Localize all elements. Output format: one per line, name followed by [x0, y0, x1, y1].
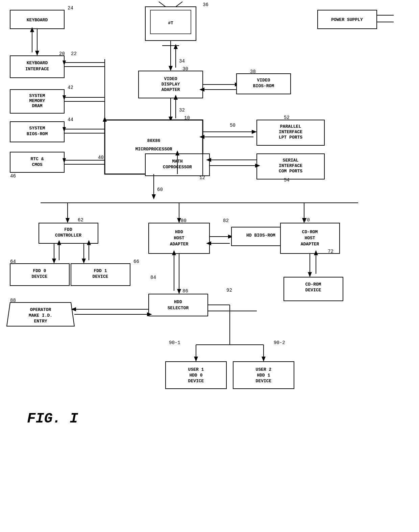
par-num: 52: [284, 115, 290, 120]
sm-label1: SYSTEM: [29, 93, 45, 98]
ref84: 84: [150, 275, 156, 280]
fig-label: FIG. I: [27, 411, 78, 427]
mp-num: 10: [184, 115, 190, 121]
hdd-label1: HDD: [175, 229, 183, 235]
sm-label2: MEMORY: [29, 98, 45, 103]
monitor-hash: #T: [168, 21, 173, 26]
hdd-sel-num: 86: [182, 288, 188, 294]
sb-label1: SYSTEM: [29, 126, 45, 131]
mp-label2: MICROPROCESSOR: [135, 147, 172, 152]
user2-label2: HDD 1: [257, 373, 270, 378]
user2-num: 90-2: [274, 340, 285, 345]
sm-num: 42: [68, 85, 73, 90]
vbios-num: 38: [250, 69, 256, 74]
par-label2: INTERFACE: [279, 129, 302, 135]
mc-num: 12: [199, 175, 205, 180]
ser-label2: INTERFACE: [279, 163, 302, 168]
user2-label3: DEVICE: [256, 379, 272, 384]
vda-num1: 30: [182, 66, 188, 72]
fdd0-label1: FDD 0: [33, 268, 46, 273]
par-label1: PARALLEL: [280, 124, 301, 129]
vbios-label2: BIOS-ROM: [253, 83, 274, 89]
ref40: 40: [98, 155, 104, 160]
vda-label1: VIDEO: [164, 76, 177, 81]
cdrom-label2: HOST: [304, 236, 315, 241]
fdd-ctrl-label1: FDD: [64, 227, 72, 232]
ref82: 82: [223, 218, 229, 223]
monitor-num: 36: [203, 2, 208, 7]
cdrom-label1: CD-ROM: [302, 229, 318, 235]
cdrom-dev-label2: DEVICE: [305, 288, 321, 293]
hdd-num: 80: [181, 218, 187, 223]
fdd1-label2: DEVICE: [93, 274, 108, 279]
arrow-hddhost-sel: [177, 289, 181, 294]
cdrom-dev-label1: CD-ROM: [305, 282, 321, 287]
fdd-ctrl-label2: CONTROLLER: [55, 233, 81, 238]
hdd-sel-label2: SELECTOR: [168, 306, 189, 311]
diagram-container: KEYBOARD 24 KEYBOARD INTERFACE 20 22 SYS…: [0, 0, 419, 532]
arrow-bus-fdd: [66, 218, 70, 223]
arrow-vda-up: [174, 44, 178, 49]
arrow-sel-user1: [194, 357, 198, 362]
ref34: 34: [179, 58, 185, 64]
hdd-sel-box: [149, 294, 208, 316]
arrow-fddctrl-fdd1: [82, 259, 86, 264]
sm-label3: DRAM: [32, 103, 42, 108]
hdd-label2: HOST: [174, 236, 184, 241]
ref60: 60: [157, 187, 163, 192]
keyboard-num: 24: [68, 5, 73, 11]
ki-label1: KEYBOARD: [27, 61, 48, 66]
cdrom-label3: ADAPTER: [301, 242, 319, 247]
ser-num: 54: [284, 177, 290, 183]
ser-label1: SERIAL: [283, 158, 299, 163]
ref32: 32: [179, 107, 185, 113]
arrow-mp-down: [152, 194, 156, 199]
mp-label1: 80X86: [147, 138, 160, 143]
ser-label3: COM PORTS: [279, 169, 302, 174]
rtc-label1: RTC &: [30, 156, 44, 162]
user1-label3: DEVICE: [188, 379, 204, 384]
arrow-mon-down: [169, 66, 173, 71]
ki-label2: INTERFACE: [25, 67, 49, 72]
ki-num2: 22: [71, 51, 77, 56]
arrow-cdromhost-dev: [308, 272, 312, 277]
par-label3: LPT PORTS: [279, 135, 302, 140]
user1-label2: HDD 0: [189, 373, 202, 378]
fdd0-label2: DEVICE: [32, 274, 48, 279]
user2-label1: USER 2: [256, 367, 272, 372]
op-label1: OPERATOR: [30, 307, 51, 312]
cdrom-host-num: 70: [304, 217, 310, 223]
ki-num1: 20: [59, 51, 65, 56]
cdrom-dev-num: 72: [328, 249, 334, 254]
arrow-fddctrl-fdd0: [52, 259, 56, 264]
arrow-mp-parallel: [252, 130, 257, 134]
vda-label2: DISPLAY: [162, 82, 180, 87]
rtc-num: 46: [10, 173, 16, 179]
ref50: 50: [230, 123, 236, 128]
fdd1-label1: FDD 1: [94, 268, 107, 273]
sb-num: 44: [68, 117, 73, 122]
arrow-kbd-to-kbdi: [35, 51, 39, 56]
fdd-ctrl-num: 62: [78, 217, 83, 223]
keyboard-label: KEYBOARD: [27, 18, 48, 23]
hd-bios-label1: HD BIOS-ROM: [246, 233, 275, 238]
ps-label: POWER SUPPLY: [331, 17, 363, 22]
sb-label2: BIOS-ROM: [27, 131, 48, 137]
ref92: 92: [226, 288, 232, 293]
vbios-label1: VIDEO: [257, 78, 270, 83]
op-num: 88: [10, 298, 16, 303]
svg-line-10: [159, 2, 166, 7]
svg-line-11: [176, 2, 182, 7]
op-label2: MAKE I.D.: [29, 313, 52, 318]
hdd-sel-label1: HDD: [174, 299, 182, 305]
user1-label1: USER 1: [188, 367, 204, 372]
user1-num: 90-1: [169, 340, 180, 345]
op-label3: ENTRY: [34, 319, 47, 324]
fdd1-num: 66: [133, 259, 139, 264]
vda-label3: ADAPTER: [162, 87, 180, 92]
fdd0-num: 64: [10, 259, 16, 264]
arrow-sel-user2: [262, 357, 266, 362]
hdd-label3: ADAPTER: [170, 242, 189, 247]
rtc-label2: CMOS: [32, 162, 42, 167]
arrow-bus-mp: [103, 117, 107, 122]
